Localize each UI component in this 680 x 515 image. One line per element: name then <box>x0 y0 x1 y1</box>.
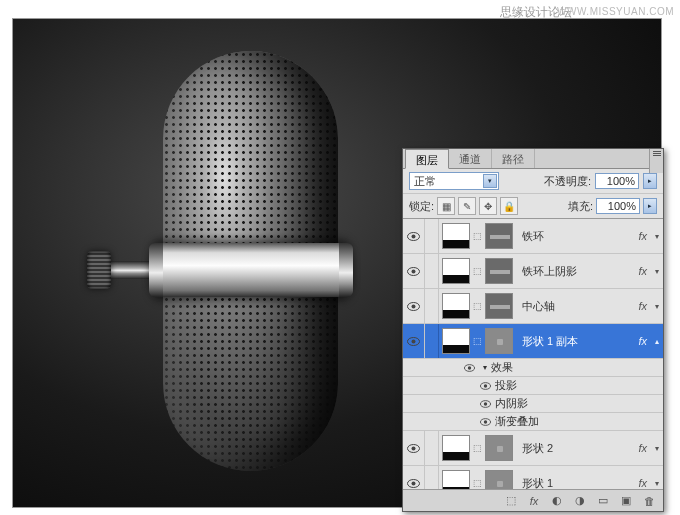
mask-link-icon[interactable]: ⬚ <box>472 231 483 241</box>
mask-link-icon[interactable]: ⬚ <box>472 266 483 276</box>
link-column[interactable] <box>425 254 439 288</box>
watermark-url: WWW.MISSYUAN.COM <box>557 6 674 17</box>
fx-expand-icon[interactable]: ▾ <box>651 479 663 488</box>
mic-metal-band <box>151 243 351 297</box>
visibility-toggle[interactable] <box>403 289 425 323</box>
visibility-toggle[interactable] <box>475 400 495 408</box>
link-column[interactable] <box>425 289 439 323</box>
new-group-icon[interactable]: ▭ <box>592 492 614 509</box>
mask-thumbnail[interactable] <box>485 258 513 284</box>
mask-thumbnail[interactable] <box>485 223 513 249</box>
fx-badge[interactable]: fx <box>634 300 651 312</box>
layer-name[interactable]: 形状 2 <box>516 441 634 456</box>
opacity-input[interactable]: 100% <box>595 173 639 189</box>
layer-row[interactable]: ⬚ 铁环上阴影 fx ▾ <box>403 254 663 289</box>
visibility-toggle[interactable] <box>403 431 425 465</box>
opacity-label: 不透明度: <box>544 174 591 189</box>
link-column[interactable] <box>425 219 439 253</box>
fx-expand-icon[interactable]: ▾ <box>651 444 663 453</box>
layer-mask-icon[interactable]: ◐ <box>546 492 568 509</box>
link-layers-icon[interactable]: ⬚ <box>500 492 522 509</box>
tab-layers[interactable]: 图层 <box>405 149 449 169</box>
layer-thumbnail[interactable] <box>442 223 470 249</box>
mask-thumbnail[interactable] <box>485 293 513 319</box>
visibility-toggle[interactable] <box>403 324 425 358</box>
fx-badge[interactable]: fx <box>634 442 651 454</box>
link-column[interactable] <box>425 324 439 358</box>
effect-row[interactable]: 内阴影 <box>403 395 663 413</box>
layer-name[interactable]: 中心轴 <box>516 299 634 314</box>
panel-collapse-icon[interactable] <box>649 161 663 173</box>
effect-row[interactable]: 投影 <box>403 377 663 395</box>
layer-name[interactable]: 形状 1 <box>516 476 634 490</box>
fx-badge[interactable]: fx <box>634 230 651 242</box>
visibility-toggle[interactable] <box>403 466 425 489</box>
visibility-toggle[interactable] <box>403 219 425 253</box>
mask-thumbnail[interactable] <box>485 470 513 489</box>
layer-name[interactable]: 铁环 <box>516 229 634 244</box>
blend-mode-select[interactable]: 正常 ▾ <box>409 172 499 190</box>
fx-badge[interactable]: fx <box>634 265 651 277</box>
layer-row[interactable]: ⬚ 中心轴 fx ▾ <box>403 289 663 324</box>
layer-thumbnail[interactable] <box>442 328 470 354</box>
layer-thumbnail[interactable] <box>442 470 470 489</box>
lock-all-icon[interactable]: 🔒 <box>500 197 518 215</box>
panel-menu-icon[interactable] <box>649 149 663 161</box>
mask-link-icon[interactable]: ⬚ <box>472 478 483 488</box>
fx-expand-icon[interactable]: ▾ <box>651 302 663 311</box>
adjustment-layer-icon[interactable]: ◑ <box>569 492 591 509</box>
visibility-toggle[interactable] <box>475 382 495 390</box>
mask-thumbnail[interactable] <box>485 328 513 354</box>
triangle-down-icon[interactable]: ▾ <box>479 363 491 372</box>
mask-thumbnail[interactable] <box>485 435 513 461</box>
layer-row[interactable]: ⬚ 形状 2 fx ▾ <box>403 431 663 466</box>
layer-style-icon[interactable]: fx <box>523 492 545 509</box>
layer-row[interactable]: ⬚ 形状 1 fx ▾ <box>403 466 663 489</box>
lock-transparency-icon[interactable]: ▦ <box>437 197 455 215</box>
tab-channels[interactable]: 通道 <box>449 149 492 168</box>
fx-expand-icon[interactable]: ▾ <box>651 232 663 241</box>
svg-point-19 <box>412 481 416 485</box>
tab-paths[interactable]: 路径 <box>492 149 535 168</box>
svg-point-15 <box>483 420 486 423</box>
blend-opacity-row: 正常 ▾ 不透明度: 100% ▸ <box>403 169 663 194</box>
fill-input[interactable]: 100% <box>596 198 640 214</box>
mask-link-icon[interactable]: ⬚ <box>472 301 483 311</box>
new-layer-icon[interactable]: ▣ <box>615 492 637 509</box>
opacity-flyout-icon[interactable]: ▸ <box>643 173 657 189</box>
effect-row[interactable]: 渐变叠加 <box>403 413 663 431</box>
fx-badge[interactable]: fx <box>634 335 651 347</box>
delete-layer-icon[interactable]: 🗑 <box>638 492 660 509</box>
fx-expand-icon[interactable]: ▾ <box>651 267 663 276</box>
visibility-toggle[interactable] <box>403 254 425 288</box>
microphone-artwork <box>143 51 353 471</box>
lock-position-icon[interactable]: ✥ <box>479 197 497 215</box>
mask-link-icon[interactable]: ⬚ <box>472 443 483 453</box>
layer-name[interactable]: 铁环上阴影 <box>516 264 634 279</box>
link-column[interactable] <box>425 466 439 489</box>
effects-group-row[interactable]: ▾ 效果 <box>403 359 663 377</box>
lock-pixels-icon[interactable]: ✎ <box>458 197 476 215</box>
svg-point-17 <box>412 446 416 450</box>
svg-point-3 <box>412 269 416 273</box>
blend-mode-value: 正常 <box>414 174 436 189</box>
visibility-toggle[interactable] <box>475 418 495 426</box>
svg-point-7 <box>412 339 416 343</box>
link-column[interactable] <box>425 431 439 465</box>
fx-badge[interactable]: fx <box>634 477 651 489</box>
svg-point-9 <box>467 366 470 369</box>
mask-link-icon[interactable]: ⬚ <box>472 336 483 346</box>
fill-flyout-icon[interactable]: ▸ <box>643 198 657 214</box>
layer-thumbnail[interactable] <box>442 293 470 319</box>
layer-thumbnail[interactable] <box>442 258 470 284</box>
fx-collapse-icon[interactable]: ▴ <box>651 337 663 346</box>
layers-list: ⬚ 铁环 fx ▾ ⬚ 铁环上阴影 fx ▾ ⬚ <box>403 219 663 489</box>
layer-row-selected[interactable]: ⬚ 形状 1 副本 fx ▴ <box>403 324 663 359</box>
svg-point-5 <box>412 304 416 308</box>
visibility-toggle[interactable] <box>459 364 479 372</box>
layer-row[interactable]: ⬚ 铁环 fx ▾ <box>403 219 663 254</box>
lock-fill-row: 锁定: ▦ ✎ ✥ 🔒 填充: 100% ▸ <box>403 194 663 219</box>
layer-thumbnail[interactable] <box>442 435 470 461</box>
layer-name[interactable]: 形状 1 副本 <box>516 334 634 349</box>
effect-name: 内阴影 <box>495 396 528 411</box>
